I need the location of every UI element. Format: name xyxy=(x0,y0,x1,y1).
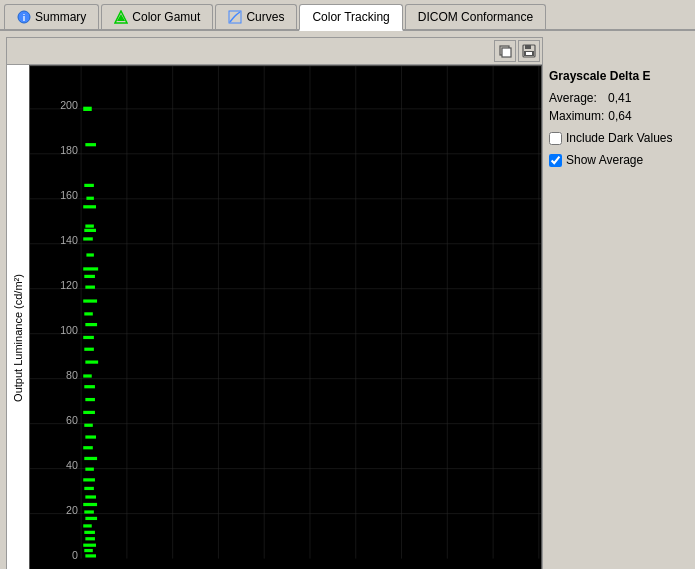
tab-color-gamut[interactable]: Color Gamut xyxy=(101,4,213,29)
triangle-icon xyxy=(114,10,128,24)
svg-rect-74 xyxy=(84,385,95,388)
svg-rect-80 xyxy=(84,457,97,460)
tab-curves[interactable]: Curves xyxy=(215,4,297,29)
svg-rect-61 xyxy=(84,229,96,232)
svg-rect-65 xyxy=(84,275,95,278)
svg-rect-6 xyxy=(502,48,511,57)
svg-text:40: 40 xyxy=(66,459,78,471)
show-average-row: Show Average xyxy=(549,153,689,167)
svg-rect-93 xyxy=(85,554,96,557)
svg-rect-63 xyxy=(86,253,93,256)
maximum-row: Maximum: 0,64 xyxy=(549,109,689,123)
chart-plot: 0 20 40 60 80 100 120 140 160 180 200 xyxy=(29,65,542,569)
svg-rect-88 xyxy=(83,524,92,527)
svg-rect-62 xyxy=(83,237,93,240)
svg-rect-90 xyxy=(85,537,95,540)
chart-svg: 0 20 40 60 80 100 120 140 160 180 200 xyxy=(30,66,541,569)
svg-rect-70 xyxy=(83,336,94,339)
svg-rect-87 xyxy=(85,517,97,520)
svg-text:80: 80 xyxy=(66,369,78,381)
svg-rect-85 xyxy=(83,503,97,506)
tab-summary-label: Summary xyxy=(35,10,86,24)
tab-color-gamut-label: Color Gamut xyxy=(132,10,200,24)
show-average-checkbox[interactable] xyxy=(549,154,562,167)
svg-rect-75 xyxy=(85,398,95,401)
tab-curves-label: Curves xyxy=(246,10,284,24)
chart-btn-copy[interactable] xyxy=(494,40,516,62)
svg-rect-56 xyxy=(85,143,96,146)
svg-rect-10 xyxy=(526,52,532,55)
svg-rect-59 xyxy=(83,205,96,208)
svg-rect-58 xyxy=(86,197,93,200)
svg-rect-78 xyxy=(85,435,96,438)
average-row: Average: 0,41 xyxy=(549,91,689,105)
svg-rect-89 xyxy=(84,531,95,534)
svg-rect-57 xyxy=(84,184,94,187)
tab-dicom[interactable]: DICOM Conformance xyxy=(405,4,546,29)
svg-text:140: 140 xyxy=(60,234,78,246)
svg-rect-68 xyxy=(84,312,93,315)
include-dark-row: Include Dark Values xyxy=(549,131,689,145)
curves-icon xyxy=(228,10,242,24)
y-axis-label: Output Luminance (cd/m²) xyxy=(12,274,24,402)
right-panel: Grayscale Delta E Average: 0,41 Maximum:… xyxy=(549,37,689,569)
svg-rect-67 xyxy=(83,299,97,302)
svg-rect-66 xyxy=(85,286,95,289)
content-area: Output Luminance (cd/m²) xyxy=(0,31,695,569)
svg-rect-73 xyxy=(83,374,92,377)
svg-rect-72 xyxy=(85,360,98,363)
svg-rect-8 xyxy=(525,45,531,49)
svg-rect-83 xyxy=(84,487,94,490)
maximum-value: 0,64 xyxy=(608,109,631,123)
chart-btn-save[interactable] xyxy=(518,40,540,62)
svg-rect-55 xyxy=(83,107,92,111)
svg-text:60: 60 xyxy=(66,414,78,426)
tab-color-tracking-label: Color Tracking xyxy=(312,10,389,24)
svg-rect-60 xyxy=(85,224,94,227)
include-dark-checkbox[interactable] xyxy=(549,132,562,145)
chart-container: Output Luminance (cd/m²) xyxy=(6,37,543,569)
svg-rect-84 xyxy=(85,495,96,498)
svg-rect-82 xyxy=(83,478,95,481)
y-label-area: Output Luminance (cd/m²) xyxy=(7,65,29,569)
tab-bar: i Summary Color Gamut Curves xyxy=(0,0,695,31)
chart-toolbar xyxy=(7,38,542,65)
svg-text:180: 180 xyxy=(60,144,78,156)
average-value: 0,41 xyxy=(608,91,631,105)
svg-rect-86 xyxy=(84,510,94,513)
svg-text:120: 120 xyxy=(60,279,78,291)
svg-rect-81 xyxy=(85,468,94,471)
svg-rect-92 xyxy=(84,549,93,552)
svg-text:200: 200 xyxy=(60,99,78,111)
chart-and-axes: 0 20 40 60 80 100 120 140 160 180 200 xyxy=(29,65,542,569)
tab-color-tracking[interactable]: Color Tracking xyxy=(299,4,402,31)
svg-rect-91 xyxy=(83,544,96,547)
svg-rect-64 xyxy=(83,267,98,270)
svg-rect-76 xyxy=(83,411,95,414)
svg-text:100: 100 xyxy=(60,324,78,336)
svg-rect-71 xyxy=(84,348,94,351)
chart-wrap: Output Luminance (cd/m²) xyxy=(7,65,542,569)
main-container: i Summary Color Gamut Curves xyxy=(0,0,695,569)
show-average-label[interactable]: Show Average xyxy=(566,153,643,167)
tab-dicom-label: DICOM Conformance xyxy=(418,10,533,24)
svg-rect-69 xyxy=(85,323,97,326)
svg-text:20: 20 xyxy=(66,504,78,516)
info-icon: i xyxy=(17,10,31,24)
panel-title: Grayscale Delta E xyxy=(549,69,689,83)
svg-rect-79 xyxy=(83,446,93,449)
maximum-label: Maximum: xyxy=(549,109,604,123)
svg-text:160: 160 xyxy=(60,189,78,201)
svg-rect-77 xyxy=(84,424,93,427)
average-label: Average: xyxy=(549,91,604,105)
include-dark-label[interactable]: Include Dark Values xyxy=(566,131,673,145)
svg-text:i: i xyxy=(23,13,26,23)
tab-summary[interactable]: i Summary xyxy=(4,4,99,29)
svg-text:0: 0 xyxy=(72,549,78,561)
